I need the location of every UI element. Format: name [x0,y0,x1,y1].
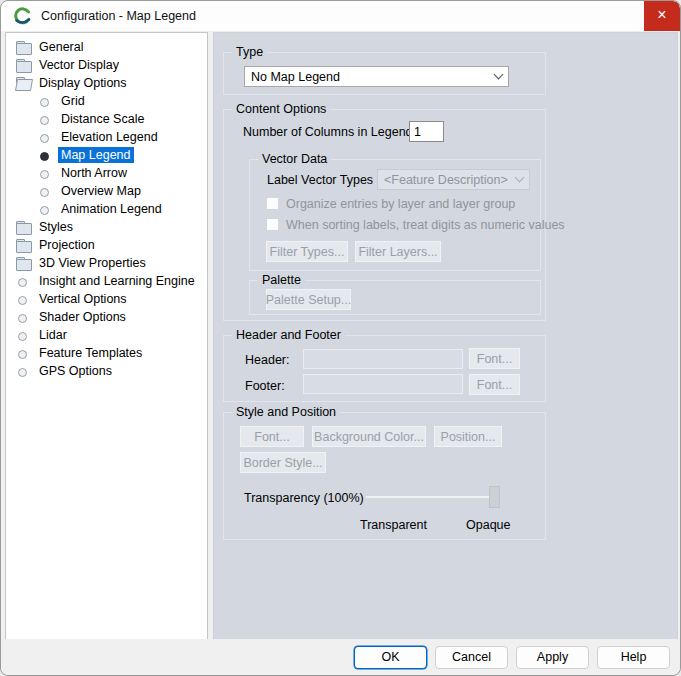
radio-selected-icon [37,148,53,163]
position-button: Position... [434,426,502,447]
palette-group: Palette Palette Setup... [249,280,541,315]
footer-label: Footer: [245,379,285,393]
sidebar-item-animation-legend[interactable]: Animation Legend [6,200,207,218]
ok-button[interactable]: OK [354,646,427,669]
sidebar-item-label: North Arrow [58,165,130,181]
footer-font-label: Font... [477,378,512,392]
settings-panel: Type No Map Legend Content Options Numbe… [213,32,678,640]
sidebar-item-3d-view-properties[interactable]: 3D View Properties [6,254,207,272]
radio-icon [37,130,53,145]
label-vector-types-value: <Feature Description> [384,173,516,187]
sidebar-item-label: Vertical Options [36,291,130,307]
sidebar-item-gps-options[interactable]: GPS Options [6,362,207,380]
legend-type-value: No Map Legend [251,70,495,84]
radio-icon [15,364,31,379]
sidebar-item-projection[interactable]: Projection [6,236,207,254]
sidebar-item-label: Feature Templates [36,345,145,361]
content-options-group: Content Options Number of Columns in Leg… [223,109,546,321]
header-font-button: Font... [469,348,520,369]
radio-icon [37,202,53,217]
transparency-label: Transparency (100%) [244,491,364,505]
sidebar-item-label: Insight and Learning Engine [36,273,198,289]
footer-font-button: Font... [469,374,520,395]
background-color-label: Background Color... [314,430,424,444]
sidebar-item-label: Animation Legend [58,201,165,217]
folder-icon [15,220,31,235]
sidebar-item-grid[interactable]: Grid [6,92,207,110]
organize-entries-label: Organize entries by layer and layer grou… [286,197,515,211]
sidebar-item-label: General [36,39,86,55]
sidebar-item-shader-options[interactable]: Shader Options [6,308,207,326]
sidebar-item-label: Map Legend [58,147,134,163]
vector-data-title: Vector Data [258,152,331,166]
columns-label: Number of Columns in Legend: [243,125,416,139]
font-button-label: Font... [254,430,289,444]
header-footer-title: Header and Footer [232,328,345,342]
vector-data-group: Vector Data Label Vector Types By: <Feat… [249,159,541,271]
radio-icon [15,274,31,289]
chevron-down-icon [515,173,525,183]
titlebar: Configuration - Map Legend × [1,1,680,31]
footer-input [303,374,463,394]
palette-setup-label: Palette Setup... [266,293,351,307]
label-vector-types-label: Label Vector Types By: [267,173,395,187]
filter-layers-label: Filter Layers... [358,245,437,259]
apply-button[interactable]: Apply [516,646,589,669]
border-style-label: Border Style... [243,456,322,470]
sidebar-item-label: GPS Options [36,363,115,379]
sidebar-item-elevation-legend[interactable]: Elevation Legend [6,128,207,146]
numeric-sorting-checkbox [266,218,279,231]
header-label: Header: [245,353,289,367]
sidebar-item-label: Lidar [36,327,70,343]
radio-icon [15,292,31,307]
radio-icon [15,310,31,325]
font-button: Font... [240,426,304,447]
sidebar-item-styles[interactable]: Styles [6,218,207,236]
configuration-dialog: Configuration - Map Legend × GeneralVect… [0,0,681,676]
style-position-title: Style and Position [232,405,340,419]
sidebar-item-overview-map[interactable]: Overview Map [6,182,207,200]
global-mapper-logo-icon [13,7,32,26]
sidebar-item-label: Projection [36,237,98,253]
radio-icon [15,328,31,343]
help-button[interactable]: Help [597,646,670,669]
sidebar-item-north-arrow[interactable]: North Arrow [6,164,207,182]
sidebar-item-display-options[interactable]: Display Options [6,74,207,92]
sidebar-item-feature-templates[interactable]: Feature Templates [6,344,207,362]
folder-icon [15,58,31,73]
chevron-down-icon [494,70,504,80]
sidebar-item-lidar[interactable]: Lidar [6,326,207,344]
sidebar-item-label: Vector Display [36,57,122,73]
radio-icon [15,346,31,361]
radio-icon [37,166,53,181]
sidebar-item-vertical-options[interactable]: Vertical Options [6,290,207,308]
columns-input[interactable] [409,121,444,142]
sidebar-item-label: Shader Options [36,309,129,325]
sidebar-item-insight-and-learning-engine[interactable]: Insight and Learning Engine [6,272,207,290]
transparency-slider[interactable] [366,486,502,508]
sidebar-item-map-legend[interactable]: Map Legend [6,146,207,164]
position-button-label: Position... [441,430,496,444]
radio-icon [37,184,53,199]
folder-icon [15,256,31,271]
sidebar-item-general[interactable]: General [6,38,207,56]
sidebar-item-label: Styles [36,219,76,235]
sidebar-item-distance-scale[interactable]: Distance Scale [6,110,207,128]
cancel-button[interactable]: Cancel [435,646,508,669]
folder-icon [15,40,31,55]
folder-open-icon [15,76,31,91]
sidebar-item-label: Grid [58,93,88,109]
legend-type-dropdown[interactable]: No Map Legend [244,66,509,87]
type-group-title: Type [232,45,267,59]
content-options-title: Content Options [232,102,330,116]
radio-icon [37,94,53,109]
sidebar-item-vector-display[interactable]: Vector Display [6,56,207,74]
sidebar-item-label: 3D View Properties [36,255,149,271]
palette-title: Palette [258,273,305,287]
slider-track [366,496,500,498]
slider-thumb[interactable] [489,486,500,508]
numeric-sorting-label: When sorting labels, treat digits as num… [286,218,565,232]
filter-types-label: Filter Types... [270,245,345,259]
close-button[interactable]: × [644,1,680,31]
background-color-button: Background Color... [312,426,426,447]
